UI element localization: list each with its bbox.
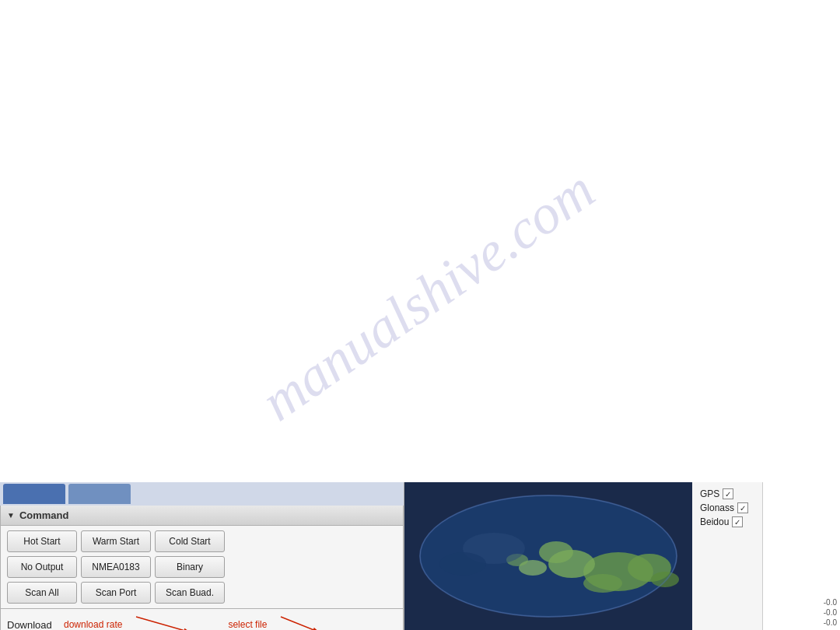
svg-point-11 bbox=[651, 572, 679, 587]
no-output-button[interactable]: No Output bbox=[7, 556, 77, 578]
nmea0183-button[interactable]: NMEA0183 bbox=[81, 556, 151, 578]
arrow-svg-rate bbox=[128, 613, 222, 630]
main-content-area bbox=[0, 0, 840, 482]
glonass-checkbox[interactable] bbox=[737, 502, 748, 513]
left-panel: ▼ Command Hot Start Warm Start Cold Star… bbox=[0, 482, 404, 630]
arrow-svg-file bbox=[273, 613, 335, 630]
tab-1[interactable] bbox=[3, 484, 65, 504]
warm-start-button[interactable]: Warm Start bbox=[81, 530, 151, 552]
button-row-1: Hot Start Warm Start Cold Start bbox=[7, 530, 397, 552]
scan-buad-button[interactable]: Scan Buad. bbox=[155, 582, 225, 604]
glonass-legend-item: Glonass bbox=[700, 502, 754, 513]
globe-image bbox=[404, 482, 692, 630]
beidou-label: Beidou bbox=[700, 516, 729, 527]
svg-line-1 bbox=[136, 617, 191, 630]
chart-value-2: -0.0 bbox=[824, 608, 837, 617]
hot-start-button[interactable]: Hot Start bbox=[7, 530, 77, 552]
scan-port-button[interactable]: Scan Port bbox=[81, 582, 151, 604]
globe-area: GPS Glonass Beidou -0.0 -0.0 -0.0 bbox=[404, 482, 840, 630]
download-rate-label: download rate bbox=[64, 619, 122, 630]
chart-value-1: -0.0 bbox=[824, 598, 837, 607]
button-row-3: Scan All Scan Port Scan Buad. bbox=[7, 582, 397, 604]
right-panel: GPS Glonass Beidou -0.0 -0.0 -0.0 bbox=[404, 482, 840, 630]
svg-line-3 bbox=[281, 617, 320, 630]
beidou-checkbox[interactable] bbox=[732, 516, 743, 527]
gps-label: GPS bbox=[700, 488, 719, 499]
beidou-legend-item: Beidou bbox=[700, 516, 754, 527]
scan-all-button[interactable]: Scan All bbox=[7, 582, 77, 604]
svg-point-9 bbox=[539, 541, 573, 563]
command-label: Command bbox=[19, 509, 69, 521]
chart-values: -0.0 -0.0 -0.0 bbox=[766, 598, 837, 627]
binary-button[interactable]: Binary bbox=[155, 556, 225, 578]
tab-bar bbox=[0, 482, 404, 506]
button-row-2: No Output NMEA0183 Binary bbox=[7, 556, 397, 578]
globe-svg bbox=[416, 494, 681, 618]
bottom-panel: ▼ Command Hot Start Warm Start Cold Star… bbox=[0, 482, 840, 630]
select-file-label: select file bbox=[228, 619, 267, 630]
gps-legend: GPS Glonass Beidou bbox=[692, 482, 762, 630]
command-section-header: ▼ Command bbox=[0, 506, 404, 526]
svg-point-8 bbox=[583, 574, 622, 593]
command-buttons-area: Hot Start Warm Start Cold Start No Outpu… bbox=[0, 526, 404, 609]
gps-legend-item: GPS bbox=[700, 488, 754, 499]
chart-value-3: -0.0 bbox=[824, 618, 837, 627]
glonass-label: Glonass bbox=[700, 502, 734, 513]
download-label-row: Download download rate select file bbox=[0, 609, 404, 630]
svg-point-15 bbox=[439, 552, 486, 576]
cold-start-button[interactable]: Cold Start bbox=[155, 530, 225, 552]
download-text-label: Download bbox=[7, 619, 58, 631]
tab-2[interactable] bbox=[68, 484, 131, 504]
gps-checkbox[interactable] bbox=[723, 488, 733, 499]
collapse-triangle: ▼ bbox=[7, 511, 15, 520]
chart-area: -0.0 -0.0 -0.0 bbox=[762, 482, 840, 630]
